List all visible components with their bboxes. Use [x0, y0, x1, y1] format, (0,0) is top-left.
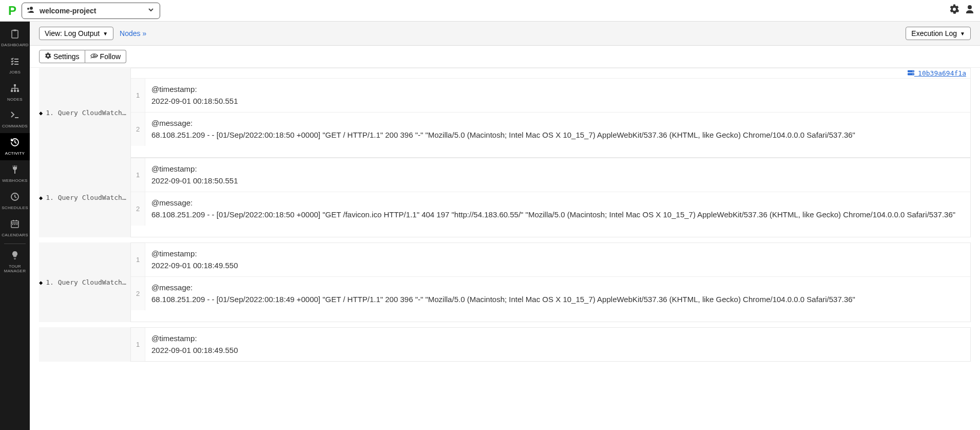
sidebar-item-jobs[interactable]: JOBS — [0, 52, 30, 79]
log-value: 2022-09-01 00:18:50.551 — [151, 175, 238, 187]
log-line-number: 1 — [131, 328, 145, 361]
sidebar-item-label: SCHEDULES — [2, 206, 28, 211]
svg-rect-9 — [14, 224, 15, 225]
execution-log-label: Execution Log — [911, 29, 957, 38]
log-block: ◆ 1. Query CloudWatch… 10b39a694f1a 1 — [39, 68, 971, 158]
log-value: 2022-09-01 00:18:49.550 — [151, 260, 238, 272]
node-link[interactable]: 10b39a694f1a — [908, 69, 966, 77]
project-icon — [27, 6, 35, 15]
log-step-column: ◆ 1. Query CloudWatch… — [39, 68, 130, 158]
log-key: @timestamp: — [151, 163, 238, 175]
svg-rect-2 — [14, 84, 16, 86]
svg-rect-8 — [12, 224, 13, 225]
log-area: ◆ 1. Query CloudWatch… 10b39a694f1a 1 — [30, 68, 980, 364]
diamond-icon: ◆ — [39, 194, 43, 201]
sidebar-item-tour-manager[interactable]: TOUR MANAGER — [0, 246, 30, 278]
log-key: @timestamp: — [151, 84, 238, 96]
logo: P — [8, 4, 16, 18]
sidebar-item-nodes[interactable]: NODES — [0, 79, 30, 106]
sidebar-item-label: NODES — [7, 98, 23, 102]
log-key: @message: — [151, 197, 955, 209]
log-row: 1 @timestamp: 2022-09-01 00:18:50.551 — [131, 78, 970, 112]
svg-rect-5 — [17, 90, 19, 92]
svg-point-15 — [913, 74, 914, 75]
svg-point-11 — [93, 55, 95, 57]
toolbar: View: Log Output ▼ Nodes » Execution Log… — [30, 22, 980, 46]
chevron-down-icon — [147, 6, 155, 15]
log-value: 2022-09-01 00:18:50.551 — [151, 96, 238, 107]
svg-point-14 — [913, 71, 914, 72]
log-value: 68.108.251.209 - - [01/Sep/2022:00:18:49… — [151, 294, 855, 306]
log-step-column — [39, 327, 130, 362]
execution-log-dropdown[interactable]: Execution Log ▼ — [906, 27, 971, 40]
log-value: 68.108.251.209 - - [01/Sep/2022:00:18:50… — [151, 129, 855, 141]
user-icon[interactable] — [965, 4, 975, 17]
log-row: 1 @timestamp: 2022-09-01 00:18:49.550 — [131, 243, 970, 276]
calendar-icon — [10, 219, 20, 232]
sitemap-icon — [10, 83, 20, 96]
log-row: 2 @message: 68.108.251.209 - - [01/Sep/2… — [131, 112, 970, 146]
terminal-icon — [10, 110, 20, 123]
topbar: P welcome-project — [0, 0, 980, 22]
log-value: 2022-09-01 00:18:49.550 — [151, 345, 238, 357]
log-row: 1 @timestamp: 2022-09-01 00:18:50.551 — [131, 158, 970, 192]
settings-label: Settings — [53, 52, 80, 61]
log-line-number: 1 — [131, 158, 145, 192]
sidebar-item-dashboard[interactable]: DASHBOARD — [0, 25, 30, 52]
nodes-link[interactable]: Nodes » — [120, 29, 146, 38]
settings-button[interactable]: Settings — [39, 50, 85, 63]
log-text: @message: 68.108.251.209 - - [01/Sep/202… — [145, 192, 962, 226]
sidebar-item-label: COMMANDS — [2, 124, 28, 129]
server-icon — [908, 70, 918, 77]
view-dropdown[interactable]: View: Log Output ▼ — [39, 27, 113, 40]
sidebar-item-label: WEBHOOKS — [2, 179, 28, 183]
log-step-label: 1. Query CloudWatch… — [46, 194, 126, 201]
log-step-column: ◆ 1. Query CloudWatch… — [39, 158, 130, 237]
follow-button[interactable]: Follow — [85, 50, 126, 63]
svg-rect-0 — [12, 30, 18, 38]
sidebar-item-commands[interactable]: COMMANDS — [0, 106, 30, 133]
log-text: @timestamp: 2022-09-01 00:18:49.550 — [145, 328, 244, 361]
clock-icon — [10, 192, 20, 204]
project-selector[interactable]: welcome-project — [22, 3, 160, 19]
log-row: 1 @timestamp: 2022-09-01 00:18:49.550 — [131, 328, 970, 361]
svg-rect-1 — [13, 30, 16, 31]
caret-down-icon: ▼ — [960, 31, 965, 36]
gear-icon[interactable] — [949, 4, 959, 17]
sidebar-item-schedules[interactable]: SCHEDULES — [0, 188, 30, 215]
log-text: @timestamp: 2022-09-01 00:18:50.551 — [145, 79, 244, 112]
log-key: @message: — [151, 118, 855, 129]
log-text: @timestamp: 2022-09-01 00:18:50.551 — [145, 158, 244, 192]
log-row: 2 @message: 68.108.251.209 - - [01/Sep/2… — [131, 276, 970, 310]
sidebar: DASHBOARD JOBS NODES COMMANDS ACTIVITY W… — [0, 22, 30, 367]
log-text: @timestamp: 2022-09-01 00:18:49.550 — [145, 243, 244, 276]
node-id: 10b39a694f1a — [918, 69, 966, 77]
caret-down-icon: ▼ — [103, 31, 108, 36]
view-label: View: Log Output — [45, 29, 100, 38]
log-step-label: 1. Query CloudWatch… — [46, 278, 126, 286]
project-name: welcome-project — [40, 7, 96, 15]
lightbulb-icon — [10, 250, 20, 263]
log-line-number: 1 — [131, 79, 145, 112]
svg-rect-4 — [14, 90, 16, 92]
sidebar-item-label: CALENDARS — [2, 233, 28, 238]
svg-rect-10 — [16, 224, 17, 225]
log-block: 1 @timestamp: 2022-09-01 00:18:49.550 — [39, 327, 971, 364]
history-icon — [10, 137, 20, 150]
gear-small-icon — [45, 52, 51, 61]
clipboard-icon — [10, 29, 20, 42]
sidebar-item-activity[interactable]: ACTIVITY — [0, 133, 30, 160]
sidebar-item-label: ACTIVITY — [5, 152, 25, 156]
log-value: 68.108.251.209 - - [01/Sep/2022:00:18:50… — [151, 209, 955, 221]
sidebar-item-calendars[interactable]: CALENDARS — [0, 215, 30, 242]
log-line-number: 2 — [131, 277, 145, 310]
eye-slash-icon — [90, 52, 98, 61]
list-icon — [10, 56, 20, 69]
subtoolbar: Settings Follow — [30, 46, 980, 68]
log-step-column: ◆ 1. Query CloudWatch… — [39, 242, 130, 322]
diamond-icon: ◆ — [39, 279, 43, 286]
log-key: @timestamp: — [151, 333, 238, 345]
log-line-number: 2 — [131, 192, 145, 226]
sidebar-item-label: MANAGER — [4, 269, 26, 274]
sidebar-item-webhooks[interactable]: WEBHOOKS — [0, 160, 30, 188]
